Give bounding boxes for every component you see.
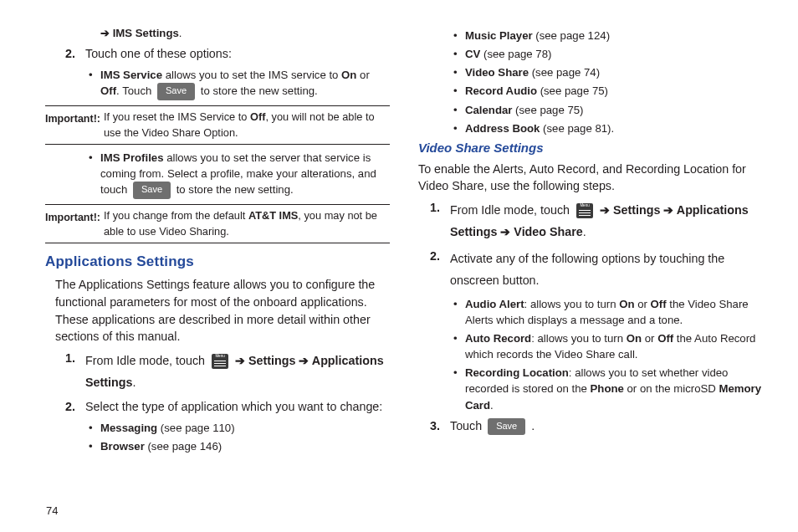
text: IMS Settings [113, 27, 179, 39]
divider [45, 105, 390, 106]
text: to store the new setting. [173, 183, 294, 196]
bullet-record-audio: •Record Audio (see page 75) [453, 83, 763, 99]
step-number: 2. [65, 398, 85, 416]
text: (see page 74) [529, 66, 600, 79]
step-number: 1. [65, 350, 85, 367]
text: Address Book [465, 122, 540, 135]
step-number: 2. [65, 45, 85, 63]
step-text: Activate any of the following options by… [450, 248, 763, 292]
bullet-icon: • [453, 64, 465, 80]
text: : allows you to turn [531, 332, 627, 345]
bullet-icon: • [453, 102, 465, 118]
vss-step-2: 2. Activate any of the following options… [430, 248, 763, 292]
text: or [642, 332, 657, 345]
arrow-icon: ➔ [235, 354, 248, 367]
text: Off [250, 110, 265, 123]
menu-icon[interactable]: Menu [576, 203, 593, 218]
save-button[interactable]: Save [157, 83, 195, 100]
save-button[interactable]: Save [133, 182, 171, 199]
ims-settings-line: ➔ IMS Settings. [100, 25, 390, 41]
step-number: 2. [430, 248, 450, 265]
important-body: If you change from the default AT&T IMS,… [104, 208, 390, 239]
text: (see page 110) [157, 422, 234, 434]
text: IMS Profiles [100, 151, 163, 164]
text: or [356, 69, 369, 81]
text: Off [100, 84, 116, 97]
bullet-icon: • [89, 67, 100, 83]
divider [45, 144, 390, 145]
applications-settings-paragraph: The Applications Settings feature allows… [45, 276, 390, 345]
text: If you change from the default [104, 209, 248, 222]
text: Browser [100, 440, 145, 453]
bullet-audio-alert: • Audio Alert: allows you to turn On or … [453, 296, 763, 328]
appset-step-2: 2. Select the type of application which … [65, 398, 390, 416]
text: . [179, 27, 182, 39]
applications-settings-heading: Applications Settings [45, 252, 390, 273]
important-1: Important!: If you reset the IMS Service… [45, 105, 390, 145]
text: (see page 146) [145, 440, 222, 453]
bullet-auto-record: • Auto Record: allows you to turn On or … [453, 330, 763, 362]
important-body: If you reset the IMS Service to Off, you… [104, 110, 390, 141]
text: On [627, 332, 642, 345]
bullet-cv: •CV (see page 78) [453, 46, 763, 62]
arrow-icon: ➔ [295, 354, 311, 367]
divider [45, 243, 390, 243]
menu-icon[interactable]: Menu [212, 354, 228, 369]
step-body: From Idle mode, touch Menu ➔ Settings ➔ … [450, 199, 763, 243]
text: . [583, 225, 586, 238]
step-text: Select the type of application which you… [85, 398, 390, 416]
step-2: 2. Touch one of these options: [65, 45, 390, 63]
divider [45, 204, 390, 205]
text: CV [465, 48, 480, 60]
important-label: Important!: [45, 113, 100, 125]
text: : allows you to turn [524, 298, 620, 310]
bullet-body: IMS Service allows you to set the IMS se… [100, 67, 390, 100]
text: (see page 81). [540, 122, 614, 135]
important-2: Important!: If you change from the defau… [45, 204, 390, 243]
text: . [490, 399, 494, 412]
text: From Idle mode, touch [450, 203, 573, 217]
bullet-icon: • [89, 150, 100, 166]
arrow-icon: ➔ [660, 203, 676, 217]
step-body: Touch Save . [450, 417, 763, 436]
bullet-ims-profiles: • IMS Profiles allows you to set the ser… [89, 150, 390, 199]
bullet-music-player: •Music Player (see page 124) [453, 28, 763, 43]
bullet-icon: • [89, 420, 100, 436]
right-column: •Music Player (see page 124) •CV (see pa… [418, 25, 763, 517]
step-number: 1. [430, 199, 450, 217]
step-text: Touch one of these options: [85, 45, 390, 63]
bullet-calendar: •Calendar (see page 75) [453, 102, 763, 118]
page: ➔ IMS Settings. 2. Touch one of these op… [0, 0, 798, 532]
bullet-icon: • [453, 120, 465, 136]
text: Settings [248, 354, 295, 367]
text: IMS Service [100, 69, 162, 81]
bullet-video-share: •Video Share (see page 74) [453, 64, 763, 80]
bullet-icon: • [453, 330, 465, 346]
text: Calendar [465, 104, 512, 116]
bullet-body: IMS Profiles allows you to set the serve… [100, 150, 390, 199]
step-body: From Idle mode, touch Menu ➔ Settings ➔ … [85, 350, 390, 394]
save-button[interactable]: Save [488, 418, 525, 436]
bullet-icon: • [453, 28, 465, 43]
text: . [528, 419, 535, 432]
text: Recording Location [465, 366, 569, 379]
text: Settings [613, 203, 660, 217]
text: (see page 78) [480, 48, 551, 60]
bullet-icon: • [453, 365, 465, 381]
text: or on the microSD [624, 382, 719, 395]
text: Touch [450, 419, 485, 432]
text: or [635, 298, 651, 310]
video-share-settings-heading: Video Share Settings [418, 139, 763, 157]
text: Off [657, 332, 673, 345]
bullet-messaging: • Messaging (see page 110) [89, 420, 390, 436]
bullet-icon: • [453, 296, 465, 312]
text: On [619, 298, 634, 310]
arrow-icon: ➔ [100, 27, 113, 39]
text: Messaging [100, 422, 157, 434]
bullet-icon: • [453, 83, 465, 99]
left-column: ➔ IMS Settings. 2. Touch one of these op… [35, 25, 390, 517]
text: . Touch [116, 84, 155, 97]
text: Off [651, 298, 667, 310]
text: AT&T IMS [248, 209, 298, 222]
text: Video Share [514, 225, 582, 238]
